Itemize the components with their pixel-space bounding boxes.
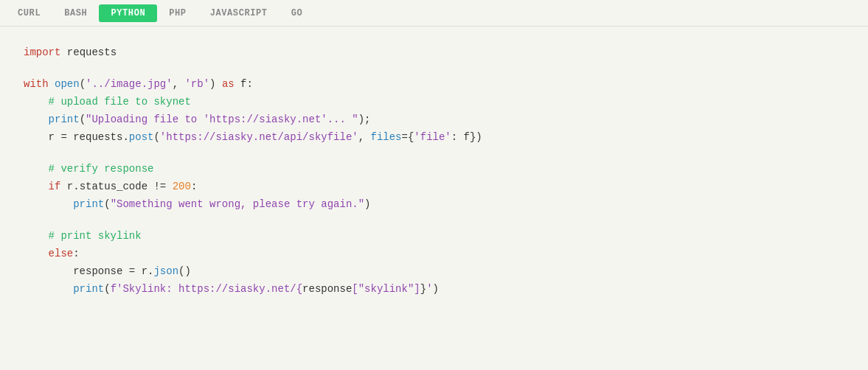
code-line-9: # print skylink [24,228,844,245]
code-area: import requests with open('../image.jpg'… [0,27,868,315]
tab-php[interactable]: PHP [157,4,198,23]
tab-bash[interactable]: BASH [52,4,99,23]
code-line-7: if r.status_code != 200: [24,178,844,196]
blank-3 [24,214,844,228]
tab-go[interactable]: GO [280,4,315,23]
tab-python[interactable]: PYTHON [99,4,157,22]
code-line-1: import requests [24,44,844,62]
tab-javascript[interactable]: JAVASCRIPT [198,4,280,23]
code-line-8: print("Something went wrong, please try … [24,196,844,214]
tab-curl[interactable]: CURL [6,4,52,23]
code-line-2: with open('../image.jpg', 'rb') as f: [24,76,844,94]
blank-2 [24,147,844,161]
code-line-10: else: [24,245,844,263]
tab-bar: CURL BASH PYTHON PHP JAVASCRIPT GO [0,0,868,27]
code-line-6: # verify response [24,161,844,178]
code-line-3: # upload file to skynet [24,94,844,111]
code-line-12: print(f'Skylink: https://siasky.net/{res… [24,281,844,299]
blank-1 [24,62,844,77]
code-line-11: response = r.json() [24,263,844,281]
code-line-5: r = requests.post('https://siasky.net/ap… [24,129,844,147]
code-line-4: print("Uploading file to 'https://siasky… [24,111,844,129]
